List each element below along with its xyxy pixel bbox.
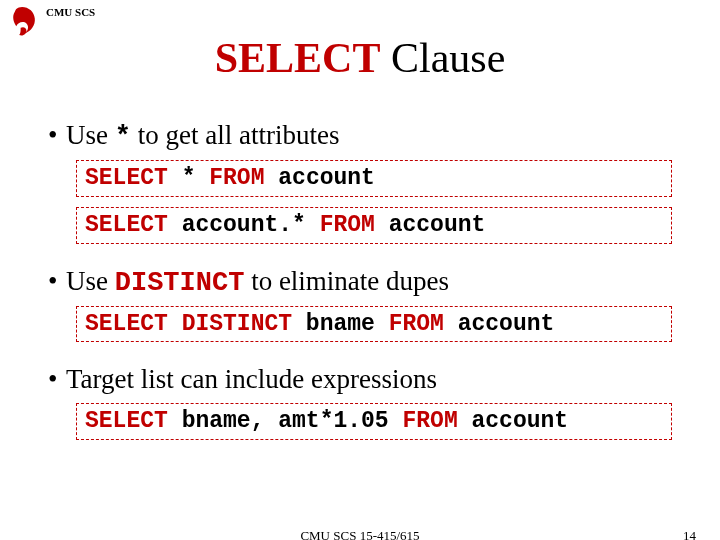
footer-course: CMU SCS 15-415/615 <box>0 528 720 540</box>
bullet-1-post: to get all attributes <box>131 120 339 150</box>
bullet-3-text: Target list can include expressions <box>66 364 437 394</box>
bullet-3: Target list can include expressions <box>48 364 672 395</box>
code-text: bname <box>292 311 389 337</box>
slide-title: SELECT Clause <box>0 34 720 82</box>
bullet-1: Use * to get all attributes <box>48 120 672 152</box>
group-distinct: Use DISTINCT to eliminate dupes SELECT D… <box>48 266 672 343</box>
code-kw: FROM <box>209 165 264 191</box>
code-box-3: SELECT DISTINCT bname FROM account <box>76 306 672 343</box>
code-box-4: SELECT bname, amt*1.05 FROM account <box>76 403 672 440</box>
code-text: account <box>375 212 485 238</box>
code-text: account <box>264 165 374 191</box>
code-kw: SELECT <box>85 212 168 238</box>
code-box-2: SELECT account.* FROM account <box>76 207 672 244</box>
bullet-2: Use DISTINCT to eliminate dupes <box>48 266 672 298</box>
bullet-1-pre: Use <box>66 120 115 150</box>
code-box-1: SELECT * FROM account <box>76 160 672 197</box>
code-text: account <box>444 311 554 337</box>
code-kw: DISTINCT <box>182 311 292 337</box>
code-kw: SELECT <box>85 408 168 434</box>
code-text: account <box>458 408 568 434</box>
bullet-1-star: * <box>115 122 131 152</box>
code-text: * <box>168 165 209 191</box>
code-kw: FROM <box>320 212 375 238</box>
title-keyword: SELECT <box>215 35 381 81</box>
code-kw: SELECT <box>85 311 168 337</box>
code-text: account.* <box>168 212 320 238</box>
code-text: bname, amt*1.05 <box>168 408 403 434</box>
bullet-2-kw: DISTINCT <box>115 268 245 298</box>
group-star: Use * to get all attributes SELECT * FRO… <box>48 120 672 244</box>
code-kw: FROM <box>389 311 444 337</box>
title-rest: Clause <box>380 35 505 81</box>
bullet-2-pre: Use <box>66 266 115 296</box>
code-text <box>168 311 182 337</box>
slide-content: Use * to get all attributes SELECT * FRO… <box>48 120 672 462</box>
code-kw: SELECT <box>85 165 168 191</box>
bullet-2-post: to eliminate dupes <box>244 266 449 296</box>
footer-page-number: 14 <box>683 528 696 540</box>
code-kw: FROM <box>402 408 457 434</box>
header-label: CMU SCS <box>46 6 95 18</box>
group-expr: Target list can include expressions SELE… <box>48 364 672 440</box>
